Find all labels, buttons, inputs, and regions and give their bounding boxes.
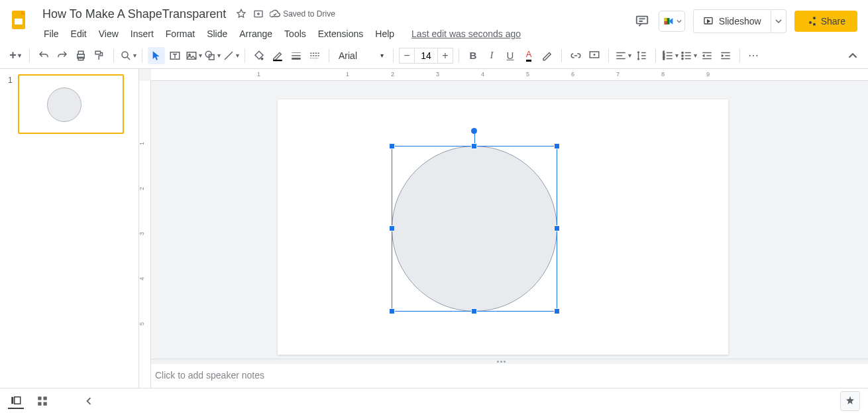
rotate-handle[interactable] <box>471 128 477 134</box>
svg-rect-8 <box>95 51 101 54</box>
resize-handle-br[interactable] <box>554 308 560 314</box>
svg-point-20 <box>681 52 682 53</box>
fontsize-increase[interactable]: + <box>437 48 453 64</box>
last-edit-link[interactable]: Last edit was seconds ago <box>401 29 521 39</box>
bold-button[interactable]: B <box>464 47 482 64</box>
explore-button[interactable] <box>840 391 860 411</box>
svg-point-21 <box>681 54 682 56</box>
menu-insert[interactable]: Insert <box>125 26 159 42</box>
align-button[interactable]: ▾ <box>614 47 631 64</box>
resize-handle-tr[interactable] <box>554 143 560 149</box>
decrease-indent-button[interactable] <box>698 47 716 64</box>
vertical-ruler: 1 2 3 4 5 <box>139 81 151 388</box>
slide-number: 1 <box>8 74 13 134</box>
shape-tool[interactable]: ▾ <box>203 47 221 64</box>
svg-rect-25 <box>38 396 41 400</box>
fill-color-button[interactable] <box>250 47 268 64</box>
svg-rect-1 <box>15 19 23 25</box>
meet-button[interactable] <box>659 11 685 32</box>
fontsize-decrease[interactable]: − <box>399 48 415 64</box>
selection-box <box>392 146 557 312</box>
svg-rect-24 <box>15 396 21 404</box>
grid-view-button[interactable] <box>34 393 50 409</box>
menu-view[interactable]: View <box>93 26 124 42</box>
line-tool[interactable]: ▾ <box>222 47 239 64</box>
menu-slide[interactable]: Slide <box>201 26 233 42</box>
resize-handle-ml[interactable] <box>389 225 395 231</box>
resize-handle-bm[interactable] <box>471 308 477 314</box>
menu-arrange[interactable]: Arrange <box>234 26 278 42</box>
underline-button[interactable]: U <box>502 47 519 64</box>
svg-rect-27 <box>38 402 41 405</box>
slides-logo[interactable] <box>7 8 33 34</box>
zoom-button[interactable]: ▾ <box>119 47 136 64</box>
resize-handle-bl[interactable] <box>389 308 395 314</box>
menu-extensions[interactable]: Extensions <box>313 26 368 42</box>
redo-button[interactable] <box>54 47 71 64</box>
slide-thumbnail-1[interactable] <box>18 74 124 134</box>
image-tool[interactable]: ▾ <box>185 47 202 64</box>
border-color-button[interactable] <box>269 47 286 64</box>
slideshow-dropdown[interactable] <box>771 9 787 33</box>
bulleted-list-button[interactable]: ▾ <box>680 47 697 64</box>
collapse-filmstrip-button[interactable] <box>81 393 97 409</box>
share-button[interactable]: Share <box>794 11 857 32</box>
print-button[interactable] <box>72 47 89 64</box>
more-button[interactable]: ⋯ <box>745 47 763 64</box>
paint-format-button[interactable] <box>91 47 108 64</box>
increase-indent-button[interactable] <box>717 47 734 64</box>
document-title[interactable]: How To Make A ShapeTransparent <box>38 6 230 23</box>
menu-tools[interactable]: Tools <box>279 26 311 42</box>
svg-point-22 <box>681 58 682 59</box>
resize-handle-tl[interactable] <box>389 143 395 149</box>
menu-file[interactable]: File <box>38 26 64 42</box>
text-color-button[interactable]: A <box>520 47 537 64</box>
svg-rect-28 <box>44 402 47 405</box>
resize-handle-mr[interactable] <box>554 225 560 231</box>
font-select[interactable]: Arial▾ <box>335 48 388 64</box>
svg-point-9 <box>122 52 128 58</box>
new-slide-button[interactable]: +▾ <box>7 47 24 64</box>
italic-button[interactable]: I <box>483 47 500 64</box>
menu-format[interactable]: Format <box>160 26 200 42</box>
star-icon[interactable] <box>235 8 247 20</box>
slide-canvas[interactable] <box>278 99 728 355</box>
svg-rect-15 <box>273 60 282 61</box>
menu-edit[interactable]: Edit <box>66 26 92 42</box>
undo-button[interactable] <box>35 47 52 64</box>
border-weight-button[interactable] <box>288 47 305 64</box>
link-button[interactable] <box>567 47 584 64</box>
numbered-list-button[interactable]: 123▾ <box>661 47 678 64</box>
comments-icon[interactable] <box>633 13 651 30</box>
resize-handle-tm[interactable] <box>471 143 477 149</box>
slideshow-button[interactable]: Slideshow <box>693 9 771 33</box>
thumb-shape <box>47 88 81 122</box>
highlight-color-button[interactable] <box>539 47 556 64</box>
menu-help[interactable]: Help <box>370 26 400 42</box>
line-spacing-button[interactable] <box>633 47 650 64</box>
fontsize-input[interactable] <box>415 48 437 64</box>
save-status: Saved to Drive <box>270 9 335 19</box>
border-dash-button[interactable] <box>306 47 323 64</box>
notes-splitter[interactable] <box>139 359 868 364</box>
svg-rect-23 <box>11 396 13 404</box>
speaker-notes[interactable]: Click to add speaker notes <box>139 364 868 388</box>
svg-rect-26 <box>44 396 47 400</box>
svg-text:3: 3 <box>663 57 665 60</box>
textbox-tool[interactable] <box>166 47 184 64</box>
comment-button[interactable] <box>586 47 603 64</box>
horizontal-ruler: 1 1 2 3 4 5 6 7 8 9 <box>151 69 868 81</box>
filmstrip-view-button[interactable] <box>8 393 24 409</box>
move-icon[interactable] <box>252 8 264 20</box>
svg-rect-3 <box>637 17 648 24</box>
collapse-toolbar-button[interactable] <box>844 47 861 64</box>
svg-rect-6 <box>78 51 83 54</box>
toolbar: +▾ ▾ ▾ ▾ ▾ Arial▾ − + B I U A ▾ 123▾ ▾ ⋯ <box>0 42 868 69</box>
select-tool[interactable] <box>148 47 165 64</box>
filmstrip: 1 <box>0 69 139 388</box>
